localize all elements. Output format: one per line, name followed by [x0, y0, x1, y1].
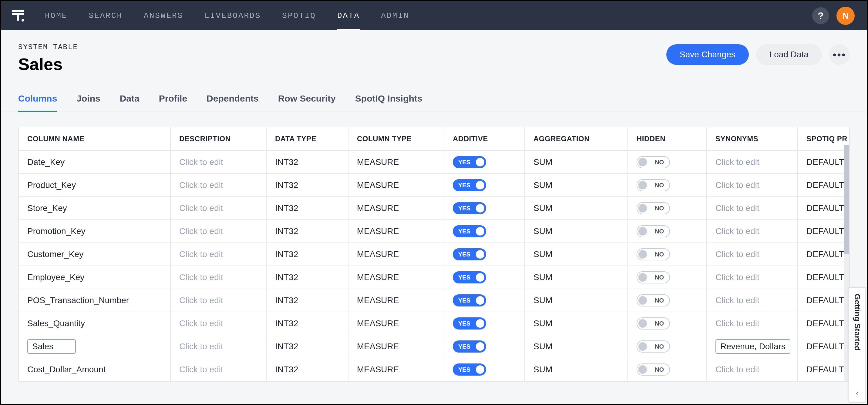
header-synonyms[interactable]: SYNONYMS [707, 127, 798, 151]
tab-columns[interactable]: Columns [18, 93, 57, 112]
save-changes-button[interactable]: Save Changes [666, 44, 749, 65]
cell-spotiq[interactable]: DEFAULT [798, 151, 850, 174]
cell-synonyms[interactable]: Click to edit [707, 266, 798, 289]
help-button[interactable]: ? [812, 7, 829, 24]
cell-aggregation[interactable]: SUM [525, 151, 628, 174]
header-data-type[interactable]: DATA TYPE [266, 127, 348, 151]
hidden-toggle[interactable]: NO [637, 364, 670, 376]
nav-item-admin[interactable]: ADMIN [381, 1, 409, 30]
cell-synonyms[interactable]: Click to edit [707, 174, 798, 197]
cell-description[interactable]: Click to edit [170, 243, 266, 266]
tab-profile[interactable]: Profile [159, 93, 187, 112]
tab-spotiq-insights[interactable]: SpotIQ Insights [355, 93, 423, 112]
hidden-toggle[interactable]: NO [637, 294, 670, 307]
cell-description[interactable]: Click to edit [170, 312, 266, 335]
additive-toggle[interactable]: YES [453, 156, 486, 168]
cell-column-name[interactable]: Store_Key [19, 197, 170, 220]
hidden-toggle[interactable]: NO [637, 317, 670, 330]
additive-toggle[interactable]: YES [453, 364, 486, 376]
header-spotiq[interactable]: SPOTIQ PR [798, 127, 850, 151]
cell-column-name[interactable]: Promotion_Key [19, 220, 170, 243]
cell-spotiq[interactable]: DEFAULT [798, 197, 850, 220]
cell-aggregation[interactable]: SUM [525, 358, 628, 381]
load-data-button[interactable]: Load Data [756, 44, 822, 65]
additive-toggle[interactable]: YES [453, 317, 486, 330]
cell-column-type[interactable]: MEASURE [348, 197, 444, 220]
hidden-toggle[interactable]: NO [637, 225, 670, 237]
header-description[interactable]: DESCRIPTION [170, 127, 266, 151]
cell-synonyms[interactable]: Revenue, Dollars [707, 335, 798, 358]
header-aggregation[interactable]: AGGREGATION [525, 127, 628, 151]
more-actions-button[interactable]: ••• [829, 44, 850, 65]
additive-toggle[interactable]: YES [453, 202, 486, 214]
tab-data[interactable]: Data [120, 93, 140, 112]
nav-item-search[interactable]: SEARCH [89, 1, 123, 30]
cell-column-name[interactable]: Product_Key [19, 174, 170, 197]
cell-aggregation[interactable]: SUM [525, 266, 628, 289]
additive-toggle[interactable]: YES [453, 248, 486, 260]
nav-item-data[interactable]: DATA [337, 1, 360, 30]
nav-item-spotiq[interactable]: SPOTIQ [282, 1, 316, 30]
cell-synonyms[interactable]: Click to edit [707, 289, 798, 312]
additive-toggle[interactable]: YES [453, 271, 486, 283]
cell-description[interactable]: Click to edit [170, 289, 266, 312]
cell-aggregation[interactable]: SUM [525, 220, 628, 243]
cell-column-name[interactable]: Sales_Quantity [19, 312, 170, 335]
cell-column-type[interactable]: MEASURE [348, 266, 444, 289]
cell-column-name[interactable]: Employee_Key [19, 266, 170, 289]
cell-column-name[interactable]: POS_Transaction_Number [19, 289, 170, 312]
cell-data-type[interactable]: INT32 [266, 174, 348, 197]
hidden-toggle[interactable]: NO [637, 271, 670, 283]
cell-spotiq[interactable]: DEFAULT [798, 289, 850, 312]
getting-started-panel-toggle[interactable]: Getting Started ‹ [848, 287, 866, 403]
hidden-toggle[interactable]: NO [637, 340, 670, 352]
cell-spotiq[interactable]: DEFAULT [798, 312, 850, 335]
cell-description[interactable]: Click to edit [170, 174, 266, 197]
cell-description[interactable]: Click to edit [170, 266, 266, 289]
additive-toggle[interactable]: YES [453, 225, 486, 237]
cell-column-type[interactable]: MEASURE [348, 289, 444, 312]
cell-spotiq[interactable]: DEFAULT [798, 174, 850, 197]
nav-item-liveboards[interactable]: LIVEBOARDS [205, 1, 261, 30]
cell-synonyms[interactable]: Click to edit [707, 151, 798, 174]
cell-column-type[interactable]: MEASURE [348, 243, 444, 266]
nav-item-home[interactable]: HOME [45, 1, 67, 30]
cell-column-name[interactable]: Cost_Dollar_Amount [19, 358, 170, 381]
cell-spotiq[interactable]: DEFAULT [798, 335, 850, 358]
cell-data-type[interactable]: INT32 [266, 243, 348, 266]
cell-synonyms[interactable]: Click to edit [707, 220, 798, 243]
synonyms-input[interactable]: Revenue, Dollars [715, 339, 790, 354]
column-name-input[interactable]: Sales [27, 339, 76, 354]
tab-joins[interactable]: Joins [76, 93, 100, 112]
scrollbar-thumb[interactable] [844, 145, 849, 254]
cell-description[interactable]: Click to edit [170, 220, 266, 243]
logo-icon[interactable] [10, 7, 27, 24]
cell-spotiq[interactable]: DEFAULT [798, 220, 850, 243]
additive-toggle[interactable]: YES [453, 179, 486, 191]
cell-synonyms[interactable]: Click to edit [707, 312, 798, 335]
cell-description[interactable]: Click to edit [170, 197, 266, 220]
cell-spotiq[interactable]: DEFAULT [798, 266, 850, 289]
header-hidden[interactable]: HIDDEN [628, 127, 707, 151]
cell-column-type[interactable]: MEASURE [348, 220, 444, 243]
cell-synonyms[interactable]: Click to edit [707, 358, 798, 381]
cell-description[interactable]: Click to edit [170, 335, 266, 358]
cell-spotiq[interactable]: DEFAULT [798, 243, 850, 266]
cell-synonyms[interactable]: Click to edit [707, 197, 798, 220]
hidden-toggle[interactable]: NO [637, 179, 670, 191]
tab-row-security[interactable]: Row Security [278, 93, 336, 112]
cell-data-type[interactable]: INT32 [266, 312, 348, 335]
cell-aggregation[interactable]: SUM [525, 335, 628, 358]
hidden-toggle[interactable]: NO [637, 202, 670, 214]
cell-data-type[interactable]: INT32 [266, 151, 348, 174]
cell-column-type[interactable]: MEASURE [348, 151, 444, 174]
header-additive[interactable]: ADDITIVE [444, 127, 525, 151]
cell-data-type[interactable]: INT32 [266, 266, 348, 289]
cell-spotiq[interactable]: DEFAULT [798, 358, 850, 381]
cell-column-name[interactable]: Customer_Key [19, 243, 170, 266]
cell-data-type[interactable]: INT32 [266, 358, 348, 381]
additive-toggle[interactable]: YES [453, 340, 486, 352]
avatar[interactable]: N [836, 7, 855, 25]
cell-aggregation[interactable]: SUM [525, 174, 628, 197]
cell-data-type[interactable]: INT32 [266, 197, 348, 220]
